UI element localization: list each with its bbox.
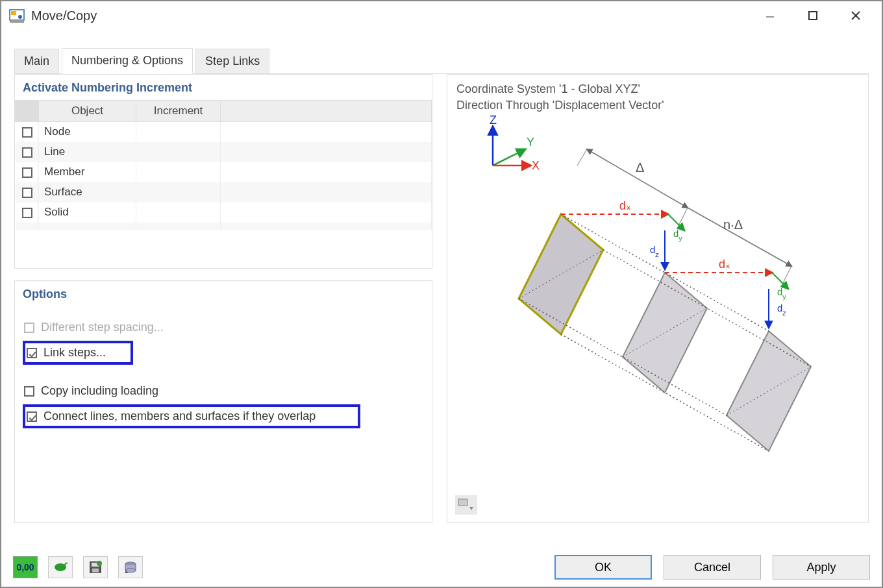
tool-save-icon[interactable] bbox=[83, 556, 108, 578]
svg-text:dz: dz bbox=[777, 302, 786, 317]
minimize-button[interactable] bbox=[758, 6, 782, 25]
ok-button[interactable]: OK bbox=[554, 555, 652, 580]
svg-line-17 bbox=[678, 208, 688, 227]
svg-text:n·Δ: n·Δ bbox=[723, 217, 743, 232]
svg-text:dy: dy bbox=[777, 286, 786, 300]
svg-text:dₓ: dₓ bbox=[619, 199, 631, 212]
apply-button[interactable]: Apply bbox=[773, 555, 870, 580]
option-connect-overlap[interactable]: Connect lines, members and surfaces if t… bbox=[23, 404, 360, 428]
row-label: Node bbox=[39, 122, 136, 142]
svg-rect-47 bbox=[92, 569, 99, 572]
increment-cell[interactable] bbox=[136, 122, 221, 142]
increment-cell[interactable] bbox=[136, 182, 221, 202]
preview-diagram: Z Y X Δ n·Δ bbox=[454, 114, 850, 477]
numbering-increment-header: Activate Numbering Increment bbox=[15, 75, 432, 100]
checkbox-diff-step bbox=[24, 323, 34, 333]
svg-line-10 bbox=[493, 149, 525, 165]
checkbox-node[interactable] bbox=[22, 127, 32, 138]
row-label: Surface bbox=[39, 182, 136, 202]
svg-rect-43 bbox=[458, 499, 467, 506]
tab-step-links[interactable]: Step Links bbox=[195, 49, 269, 73]
checkbox-member[interactable] bbox=[22, 167, 32, 178]
increment-cell[interactable] bbox=[136, 142, 221, 162]
col-increment: Increment bbox=[136, 101, 221, 122]
col-object: Object bbox=[39, 101, 136, 122]
svg-text:Z: Z bbox=[490, 114, 497, 127]
svg-line-14 bbox=[587, 149, 688, 208]
row-label: Member bbox=[39, 162, 136, 182]
option-label: Different step spacing... bbox=[41, 321, 164, 334]
svg-text:Y: Y bbox=[527, 136, 534, 149]
table-row: Solid bbox=[16, 202, 432, 223]
tool-db-icon[interactable] bbox=[118, 556, 143, 578]
svg-marker-23 bbox=[727, 331, 811, 451]
checkbox-line[interactable] bbox=[22, 147, 32, 158]
svg-text:dy: dy bbox=[673, 228, 682, 242]
options-panel: Options Different step spacing... Link s… bbox=[14, 280, 432, 523]
maximize-button[interactable] bbox=[801, 6, 825, 25]
bottom-bar: 0,00 OK Cancel Apply bbox=[1, 548, 882, 587]
checkbox-link-steps[interactable] bbox=[27, 348, 37, 358]
checkbox-solid[interactable] bbox=[22, 208, 32, 218]
table-row: Node bbox=[16, 122, 432, 142]
tool-green-icon[interactable] bbox=[48, 556, 73, 578]
preview-settings-icon[interactable] bbox=[455, 495, 477, 515]
preview-coordinate-system: Coordinate System '1 - Global XYZ' bbox=[456, 81, 859, 97]
svg-text:dₓ: dₓ bbox=[719, 258, 730, 271]
tool-decimals-icon[interactable]: 0,00 bbox=[13, 556, 38, 578]
tab-bar: Main Numbering & Options Step Links bbox=[14, 48, 869, 74]
option-different-step-spacing: Different step spacing... bbox=[23, 318, 424, 337]
tab-numbering-options[interactable]: Numbering & Options bbox=[62, 48, 193, 74]
options-header: Options bbox=[15, 281, 432, 306]
checkbox-copy-loading[interactable] bbox=[24, 386, 34, 397]
option-label: Connect lines, members and surfaces if t… bbox=[44, 410, 316, 423]
close-button[interactable] bbox=[844, 6, 867, 25]
row-label: Line bbox=[39, 142, 136, 162]
preview-panel: Coordinate System '1 - Global XYZ' Direc… bbox=[447, 74, 869, 523]
window-title: Move/Copy bbox=[31, 8, 758, 23]
preview-direction: Direction Through 'Displacement Vector' bbox=[456, 97, 859, 114]
app-icon bbox=[9, 8, 25, 23]
svg-rect-3 bbox=[10, 20, 24, 23]
table-row: Member bbox=[16, 162, 432, 182]
svg-text:X: X bbox=[532, 159, 540, 172]
svg-text:Δ: Δ bbox=[636, 160, 644, 175]
svg-line-18 bbox=[782, 266, 791, 286]
checkbox-surface[interactable] bbox=[22, 188, 32, 198]
option-label: Link steps... bbox=[44, 346, 106, 360]
numbering-increment-panel: Activate Numbering Increment Object Incr… bbox=[14, 74, 432, 269]
option-label: Copy including loading bbox=[41, 384, 158, 398]
numbering-table: Object Increment Node Line bbox=[15, 100, 432, 230]
svg-marker-21 bbox=[519, 214, 603, 334]
title-bar: Move/Copy bbox=[1, 1, 882, 30]
increment-cell[interactable] bbox=[136, 202, 221, 223]
table-row: Line bbox=[16, 142, 432, 162]
table-row: Surface bbox=[16, 182, 432, 202]
increment-cell[interactable] bbox=[136, 162, 221, 182]
option-link-steps[interactable]: Link steps... bbox=[23, 341, 133, 365]
svg-marker-22 bbox=[623, 273, 707, 393]
checkbox-connect-overlap[interactable] bbox=[27, 411, 37, 422]
svg-line-16 bbox=[577, 149, 587, 165]
row-label: Solid bbox=[39, 202, 136, 223]
cancel-button[interactable]: Cancel bbox=[664, 555, 761, 580]
tab-main[interactable]: Main bbox=[14, 49, 59, 73]
svg-rect-1 bbox=[11, 11, 16, 15]
option-copy-loading[interactable]: Copy including loading bbox=[23, 382, 424, 400]
svg-point-2 bbox=[18, 15, 22, 19]
svg-rect-5 bbox=[809, 12, 817, 19]
svg-text:dz: dz bbox=[650, 244, 659, 258]
svg-point-48 bbox=[97, 561, 102, 566]
svg-line-15 bbox=[688, 208, 791, 266]
